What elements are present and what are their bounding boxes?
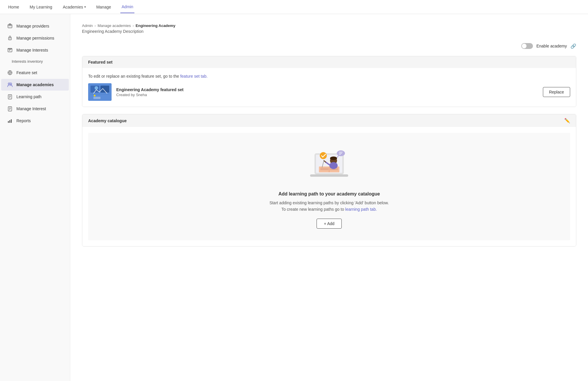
catalogue-empty-title: Add learning path to your academy catalo… — [278, 191, 380, 197]
svg-rect-1 — [9, 24, 11, 25]
featured-item-subtitle: Created by Sneha — [116, 93, 538, 97]
featured-thumbnail — [88, 83, 112, 101]
nav-manage[interactable]: Manage — [95, 1, 112, 13]
sidebar-label-learning-path: Learning path — [16, 94, 42, 99]
academies-dropdown-arrow: ▾ — [84, 5, 86, 8]
featured-set-description: To edit or replace an existing feature s… — [88, 74, 570, 79]
sidebar-item-reports[interactable]: Reports — [1, 115, 69, 127]
nav-admin[interactable]: Admin — [120, 1, 134, 13]
manage-interest-icon — [7, 106, 13, 112]
academy-catalogue-title: Academy catalogue — [88, 118, 127, 123]
manage-academies-icon — [7, 82, 13, 88]
sidebar-item-interests-inventory[interactable]: Interests inventory — [1, 56, 69, 67]
nav-my-learning[interactable]: My Learning — [28, 1, 53, 13]
reports-icon — [7, 118, 13, 124]
empty-catalogue-illustration — [306, 144, 353, 186]
learning-path-icon — [7, 94, 13, 100]
sidebar-item-manage-interest[interactable]: Manage Interest — [1, 103, 69, 115]
sidebar-label-manage-providers: Manage providers — [16, 24, 49, 28]
sidebar-item-feature-set[interactable]: Feature set — [1, 67, 69, 79]
manage-permissions-icon — [7, 35, 13, 41]
catalogue-empty-state: Add learning path to your academy catalo… — [88, 133, 570, 240]
svg-rect-26 — [9, 120, 10, 123]
enable-academy-toggle[interactable] — [521, 43, 533, 49]
breadcrumb: Admin › Manage academies › Engineering A… — [82, 23, 576, 28]
academy-catalogue-panel: Academy catalogue ✏️ — [82, 114, 576, 246]
breadcrumb-admin: Admin — [82, 23, 93, 28]
replace-button[interactable]: Replace — [543, 87, 570, 97]
add-button[interactable]: + Add — [317, 219, 342, 229]
svg-point-46 — [329, 162, 338, 169]
main-layout: Manage providers Manage permissions — [0, 14, 588, 381]
featured-set-title: Featured set — [88, 60, 112, 64]
page-description: Engineering Academy Description — [82, 29, 576, 34]
feature-set-icon — [7, 70, 13, 76]
edit-catalogue-icon[interactable]: ✏️ — [564, 118, 570, 123]
featured-set-panel: Featured set To edit or replace an exist… — [82, 56, 576, 107]
svg-point-45 — [330, 157, 337, 160]
academy-catalogue-body: Add learning path to your academy catalo… — [82, 127, 576, 246]
link-icon[interactable]: 🔗 — [570, 43, 576, 49]
sidebar-label-manage-permissions: Manage permissions — [16, 36, 54, 40]
featured-set-body: To edit or replace an existing feature s… — [82, 68, 576, 107]
enable-academy-label: Enable academy — [536, 44, 567, 48]
svg-point-10 — [9, 72, 11, 74]
sidebar-label-interests-inventory: Interests inventory — [12, 59, 43, 64]
breadcrumb-manage-academies: Manage academies — [98, 23, 131, 28]
sidebar-item-learning-path[interactable]: Learning path — [1, 91, 69, 103]
breadcrumb-current: Engineering Academy — [136, 23, 175, 28]
svg-point-50 — [320, 152, 327, 159]
breadcrumb-sep-1: › — [95, 23, 96, 28]
top-navigation: Home My Learning Academies ▾ Manage Admi… — [0, 0, 588, 14]
sidebar-label-manage-academies: Manage academies — [16, 82, 54, 87]
learning-path-tab-link[interactable]: learning path tab. — [345, 207, 377, 212]
academy-catalogue-header: Academy catalogue ✏️ — [82, 114, 576, 127]
sidebar-label-feature-set: Feature set — [16, 70, 37, 75]
featured-info: Engineering Academy featured set Created… — [116, 87, 538, 97]
feature-set-tab-link[interactable]: feature set tab. — [180, 74, 207, 79]
sidebar-item-manage-providers[interactable]: Manage providers — [1, 20, 69, 32]
svg-rect-25 — [8, 121, 9, 123]
nav-home[interactable]: Home — [7, 1, 20, 13]
svg-rect-34 — [93, 97, 100, 99]
svg-point-31 — [95, 86, 98, 90]
manage-providers-icon — [7, 23, 13, 29]
svg-rect-0 — [8, 25, 12, 28]
sidebar-item-manage-permissions[interactable]: Manage permissions — [1, 32, 69, 44]
sidebar-item-manage-academies[interactable]: Manage academies — [1, 79, 69, 91]
sidebar-label-manage-interests: Manage Interests — [16, 48, 48, 52]
sidebar-item-manage-interests[interactable]: Manage Interests — [1, 44, 69, 56]
svg-rect-30 — [100, 86, 109, 93]
catalogue-empty-description: Start adding existing learning paths by … — [269, 200, 389, 213]
main-content: Admin › Manage academies › Engineering A… — [70, 14, 588, 381]
enable-academy-row: Enable academy 🔗 — [82, 43, 576, 49]
breadcrumb-sep-2: › — [133, 23, 134, 28]
svg-point-15 — [8, 83, 10, 85]
svg-rect-32 — [90, 94, 109, 94]
featured-set-header: Featured set — [82, 56, 576, 68]
featured-item-title: Engineering Academy featured set — [116, 87, 538, 92]
svg-rect-27 — [11, 119, 12, 123]
sidebar-label-manage-interest: Manage Interest — [16, 106, 46, 111]
manage-interests-icon — [7, 47, 13, 53]
svg-point-33 — [94, 95, 95, 96]
svg-rect-37 — [310, 174, 348, 177]
sidebar: Manage providers Manage permissions — [0, 14, 70, 381]
svg-point-4 — [10, 38, 10, 39]
featured-item: Engineering Academy featured set Created… — [88, 83, 570, 101]
nav-academies[interactable]: Academies ▾ — [61, 1, 87, 13]
sidebar-label-reports: Reports — [16, 118, 31, 123]
svg-point-16 — [10, 83, 12, 85]
